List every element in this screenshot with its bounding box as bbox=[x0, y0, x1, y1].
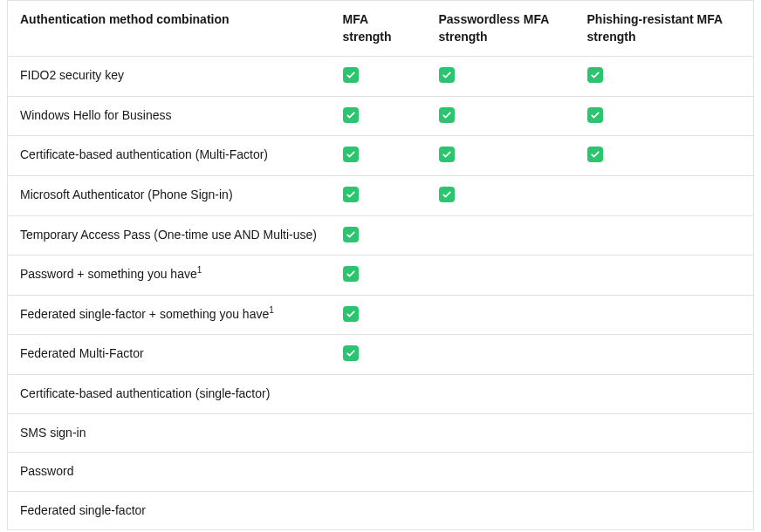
passwordless-cell bbox=[427, 175, 575, 215]
check-icon bbox=[343, 306, 359, 322]
mfa-cell bbox=[331, 136, 427, 176]
table-row: Certificate-based authentication (Multi-… bbox=[8, 136, 754, 176]
method-label: Federated single-factor bbox=[20, 503, 146, 517]
mfa-cell bbox=[331, 57, 427, 97]
method-label: Certificate-based authentication (single… bbox=[20, 386, 270, 400]
method-cell: Certificate-based authentication (single… bbox=[8, 374, 331, 413]
table-row: Microsoft Authenticator (Phone Sign-in) bbox=[8, 175, 754, 215]
method-cell: Federated single-factor bbox=[8, 491, 331, 530]
table-row: Federated single-factor bbox=[8, 491, 754, 530]
method-label: Microsoft Authenticator (Phone Sign-in) bbox=[20, 188, 233, 201]
phishing_resistant-cell bbox=[575, 96, 754, 136]
phishing_resistant-cell bbox=[575, 335, 754, 375]
method-label: Federated Multi-Factor bbox=[20, 346, 144, 360]
method-cell: Federated single-factor + something you … bbox=[8, 295, 331, 335]
table-row: Windows Hello for Business bbox=[8, 96, 754, 136]
check-icon bbox=[343, 266, 359, 282]
mfa-cell bbox=[331, 453, 427, 492]
phishing_resistant-cell bbox=[575, 136, 754, 176]
table-row: Certificate-based authentication (single… bbox=[8, 374, 754, 413]
footnote-ref: 1 bbox=[269, 305, 274, 315]
method-label: Password bbox=[20, 464, 73, 478]
col-header-method: Authentication method combination bbox=[8, 1, 331, 57]
mfa-cell bbox=[331, 374, 427, 413]
passwordless-cell bbox=[427, 413, 575, 453]
phishing_resistant-cell bbox=[575, 491, 754, 530]
mfa-cell bbox=[331, 335, 427, 375]
table-row: Password + something you have1 bbox=[8, 256, 754, 296]
method-label: FIDO2 security key bbox=[20, 68, 124, 82]
passwordless-cell bbox=[427, 453, 575, 492]
check-icon bbox=[587, 147, 603, 162]
check-icon bbox=[343, 345, 359, 361]
passwordless-cell bbox=[427, 256, 575, 296]
phishing_resistant-cell bbox=[575, 295, 754, 335]
table-row: Temporary Access Pass (One-time use AND … bbox=[8, 215, 754, 256]
passwordless-cell bbox=[427, 215, 575, 256]
method-cell: SMS sign-in bbox=[8, 413, 331, 453]
col-header-passwordless: Passwordless MFA strength bbox=[427, 1, 575, 57]
mfa-cell bbox=[331, 413, 427, 453]
passwordless-cell bbox=[427, 96, 575, 136]
check-icon bbox=[439, 187, 455, 202]
col-header-mfa: MFA strength bbox=[331, 1, 427, 57]
check-icon bbox=[439, 67, 455, 83]
method-cell: Temporary Access Pass (One-time use AND … bbox=[8, 215, 331, 256]
phishing_resistant-cell bbox=[575, 374, 754, 413]
method-label: Windows Hello for Business bbox=[20, 108, 172, 122]
passwordless-cell bbox=[427, 335, 575, 375]
phishing_resistant-cell bbox=[575, 215, 754, 256]
method-cell: Windows Hello for Business bbox=[8, 96, 331, 136]
table-row: Federated single-factor + something you … bbox=[8, 295, 754, 335]
passwordless-cell bbox=[427, 374, 575, 413]
check-icon bbox=[439, 107, 455, 123]
auth-methods-table: Authentication method combination MFA st… bbox=[7, 0, 754, 530]
check-icon bbox=[587, 67, 603, 83]
method-cell: Microsoft Authenticator (Phone Sign-in) bbox=[8, 175, 331, 215]
method-cell: Certificate-based authentication (Multi-… bbox=[8, 136, 331, 176]
passwordless-cell bbox=[427, 295, 575, 335]
method-label: Password + something you have bbox=[20, 267, 197, 281]
method-cell: Password + something you have1 bbox=[8, 256, 331, 296]
check-icon bbox=[439, 147, 455, 162]
method-label: Certificate-based authentication (Multi-… bbox=[20, 147, 268, 161]
mfa-cell bbox=[331, 295, 427, 335]
footnote-ref: 1 bbox=[197, 266, 202, 276]
mfa-cell bbox=[331, 491, 427, 530]
method-cell: Password bbox=[8, 453, 331, 492]
method-label: SMS sign-in bbox=[20, 426, 86, 440]
table-body: FIDO2 security keyWindows Hello for Busi… bbox=[8, 57, 754, 530]
table-row: Password bbox=[8, 453, 754, 492]
col-header-phishing-resistant: Phishing-resistant MFA strength bbox=[575, 1, 754, 57]
passwordless-cell bbox=[427, 491, 575, 530]
mfa-cell bbox=[331, 175, 427, 215]
check-icon bbox=[587, 107, 603, 123]
method-cell: FIDO2 security key bbox=[8, 57, 331, 97]
phishing_resistant-cell bbox=[575, 453, 754, 492]
mfa-cell bbox=[331, 96, 427, 136]
table-header-row: Authentication method combination MFA st… bbox=[8, 1, 754, 57]
passwordless-cell bbox=[427, 57, 575, 97]
passwordless-cell bbox=[427, 136, 575, 176]
mfa-cell bbox=[331, 256, 427, 296]
phishing_resistant-cell bbox=[575, 57, 754, 97]
check-icon bbox=[343, 187, 359, 202]
phishing_resistant-cell bbox=[575, 413, 754, 453]
method-label: Temporary Access Pass (One-time use AND … bbox=[20, 228, 317, 242]
phishing_resistant-cell bbox=[575, 256, 754, 296]
check-icon bbox=[343, 147, 359, 162]
document-page: Authentication method combination MFA st… bbox=[0, 0, 761, 532]
table-row: Federated Multi-Factor bbox=[8, 335, 754, 375]
method-cell: Federated Multi-Factor bbox=[8, 335, 331, 375]
phishing_resistant-cell bbox=[575, 175, 754, 215]
method-label: Federated single-factor + something you … bbox=[20, 307, 269, 321]
check-icon bbox=[343, 227, 359, 242]
check-icon bbox=[343, 67, 359, 83]
table-row: FIDO2 security key bbox=[8, 57, 754, 97]
mfa-cell bbox=[331, 215, 427, 256]
table-row: SMS sign-in bbox=[8, 413, 754, 453]
check-icon bbox=[343, 107, 359, 123]
